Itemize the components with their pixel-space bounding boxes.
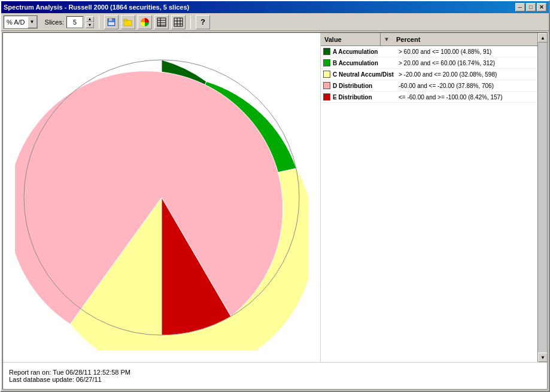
toolbar: % A/D ▼ Slices: ▲ ▼ xyxy=(1,13,549,31)
legend-header: Value ▼ Percent xyxy=(321,33,537,46)
legend-value-e: <= -60.00 and >= -100.00 (8.42%, 157) xyxy=(399,94,535,101)
legend-item-d: D Distribution-60.00 and <= -20.00 (37.8… xyxy=(321,80,537,92)
svg-rect-1 xyxy=(109,19,112,21)
legend-color-a xyxy=(323,48,330,55)
sort-icon[interactable]: ▼ xyxy=(381,36,393,42)
spin-down[interactable]: ▼ xyxy=(86,22,94,28)
open-button[interactable] xyxy=(121,15,135,29)
legend-color-d xyxy=(323,82,330,89)
legend-item-c: C Neutral Accum/Dist> -20.00 and <= 20.0… xyxy=(321,69,537,80)
toolbar-separator-1 xyxy=(99,16,99,29)
scroll-track xyxy=(538,42,547,353)
pie-chart-button[interactable] xyxy=(138,15,152,29)
dropdown-value: % A/D xyxy=(4,19,28,26)
legend-label-c: C Neutral Accum/Dist xyxy=(333,71,399,78)
legend-item-e: E Distribution<= -60.00 and >= -100.00 (… xyxy=(321,92,537,103)
legend-value-b: > 20.00 and <= 60.00 (16.74%, 312) xyxy=(399,60,535,66)
legend-item-a: A Accumulation> 60.00 and <= 100.00 (4.8… xyxy=(321,46,537,57)
legend-value-c: > -20.00 and <= 20.00 (32.08%, 598) xyxy=(399,71,535,78)
legend-color-b xyxy=(323,59,330,66)
svg-rect-10 xyxy=(174,18,183,26)
legend-value-d: -60.00 and <= -20.00 (37.88%, 706) xyxy=(399,83,535,89)
title-bar: Spectrum Analysis - Russell 2000 (1864 s… xyxy=(1,1,549,13)
slices-input[interactable] xyxy=(66,16,83,28)
legend-label-a: A Accumulation xyxy=(333,48,399,55)
legend-panel: Value ▼ Percent A Accumulation> 60.00 an… xyxy=(320,33,537,362)
footer: Report ran on: Tue 06/28/11 12:52:58 PM … xyxy=(3,362,547,389)
legend-color-e xyxy=(323,93,330,101)
svg-rect-4 xyxy=(124,19,127,21)
spin-up[interactable]: ▲ xyxy=(86,16,94,22)
toolbar-separator-2 xyxy=(190,16,191,29)
pie-chart xyxy=(15,45,308,350)
legend-label-d: D Distribution xyxy=(333,83,399,89)
svg-rect-2 xyxy=(108,22,114,25)
chart-area xyxy=(3,33,320,362)
legend-item-b: B Accumulation> 20.00 and <= 60.00 (16.7… xyxy=(321,57,537,69)
legend-label-e: E Distribution xyxy=(333,94,399,101)
minimize-button[interactable]: ─ xyxy=(515,3,525,11)
help-button[interactable]: ? xyxy=(196,15,210,29)
svg-rect-3 xyxy=(124,20,132,26)
close-button[interactable]: ✕ xyxy=(537,3,546,11)
legend-col-value-header: Value xyxy=(321,33,381,45)
window-controls: ─ □ ✕ xyxy=(515,3,546,11)
legend-color-c xyxy=(323,71,330,78)
dropdown-arrow[interactable]: ▼ xyxy=(28,16,37,28)
scrollbar-vertical: ▲ ▼ xyxy=(537,33,547,362)
slices-spinner: ▲ ▼ xyxy=(86,16,94,28)
db-update-text: Last database update: 06/27/11 xyxy=(9,376,541,383)
legend-value-a: > 60.00 and <= 100.00 (4.88%, 91) xyxy=(399,48,535,55)
legend-items: A Accumulation> 60.00 and <= 100.00 (4.8… xyxy=(321,46,537,362)
legend-col-percent-header: Percent xyxy=(393,35,424,44)
scroll-up-button[interactable]: ▲ xyxy=(538,33,547,42)
main-window: Spectrum Analysis - Russell 2000 (1864 s… xyxy=(0,0,550,392)
slices-label: Slices: xyxy=(45,19,64,26)
maximize-button[interactable]: □ xyxy=(526,3,536,11)
report-ran-text: Report ran on: Tue 06/28/11 12:52:58 PM xyxy=(9,369,541,376)
legend-label-b: B Accumulation xyxy=(333,60,399,66)
content-area: Value ▼ Percent A Accumulation> 60.00 an… xyxy=(2,32,548,390)
save-button[interactable] xyxy=(104,15,118,29)
grid-button[interactable] xyxy=(171,15,186,29)
window-title: Spectrum Analysis - Russell 2000 (1864 s… xyxy=(4,4,189,11)
scroll-down-button[interactable]: ▼ xyxy=(538,353,547,362)
main-content: Value ▼ Percent A Accumulation> 60.00 an… xyxy=(3,33,547,362)
table-button[interactable] xyxy=(154,15,169,29)
